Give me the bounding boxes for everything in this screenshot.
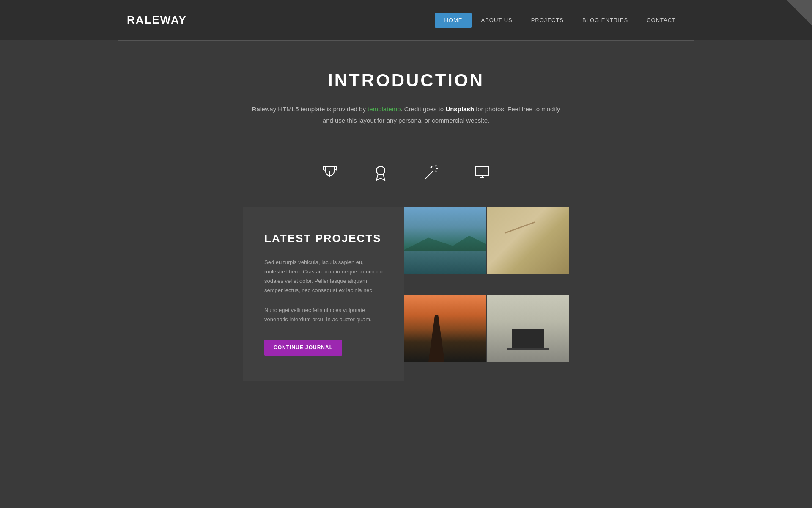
project-image-mountain-lake [404, 207, 486, 274]
award-icon-item [372, 164, 389, 181]
award-icon [372, 164, 389, 181]
nav-contact[interactable]: CONTACT [637, 13, 685, 28]
project-image-sunset [404, 295, 486, 362]
projects-title: LATEST PROJECTS [264, 232, 383, 245]
header: RALEWAY HOME ABOUT US PROJECTS BLOG ENTR… [0, 0, 812, 40]
magic-icon-item [423, 164, 440, 181]
projects-section: LATEST PROJECTS Sed eu turpis vehicula, … [0, 207, 812, 415]
icons-row [0, 147, 812, 207]
intro-title: INTRODUCTION [169, 70, 643, 91]
monitor-icon [474, 164, 491, 181]
svg-line-7 [435, 171, 436, 172]
projects-info-panel: LATEST PROJECTS Sed eu turpis vehicula, … [243, 207, 404, 381]
nav-projects[interactable]: PROJECTS [522, 13, 573, 28]
project-image-map [487, 207, 569, 274]
intro-desc-line2: and use this layout for any personal or … [323, 117, 489, 124]
magic-icon [423, 164, 440, 181]
unsplash-link[interactable]: Unsplash [445, 105, 474, 113]
corner-decoration [787, 0, 812, 25]
logo: RALEWAY [127, 14, 187, 27]
projects-desc2: Nunc eget velit nec felis ultrices vulpu… [264, 306, 383, 324]
trophy-icon [321, 164, 338, 181]
nav-home[interactable]: HOME [435, 13, 472, 28]
templatemo-link[interactable]: templatemo [368, 105, 401, 113]
monitor-icon-item [474, 164, 491, 181]
svg-line-6 [435, 165, 436, 166]
project-image-laptop [487, 295, 569, 362]
nav-blog[interactable]: BLOG ENTRIES [573, 13, 637, 28]
navigation: HOME ABOUT US PROJECTS BLOG ENTRIES CONT… [435, 13, 685, 28]
projects-desc1: Sed eu turpis vehicula, iaculis sapien e… [264, 258, 383, 295]
svg-line-3 [425, 171, 433, 179]
intro-desc-part2: . Credit goes to [401, 105, 445, 113]
svg-rect-9 [475, 166, 489, 176]
projects-image-grid [404, 207, 569, 381]
intro-description: Raleway HTML5 template is provided by te… [169, 103, 643, 126]
svg-point-2 [376, 166, 385, 175]
trophy-icon-item [321, 164, 338, 181]
intro-desc-part1: Raleway HTML5 template is provided by [252, 105, 368, 113]
nav-about[interactable]: ABOUT US [472, 13, 521, 28]
svg-line-8 [431, 166, 432, 168]
continue-journal-button[interactable]: CONTINUE JOURNAL [264, 340, 342, 356]
intro-desc-part3: for photos. Feel free to modify [474, 105, 560, 113]
intro-section: INTRODUCTION Raleway HTML5 template is p… [0, 41, 812, 147]
